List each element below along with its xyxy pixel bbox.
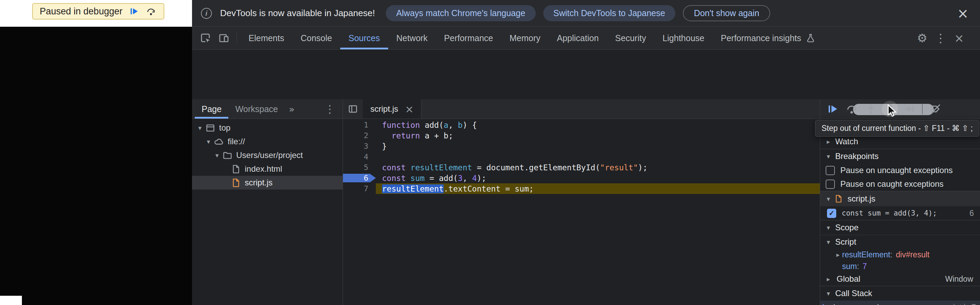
- breakpoint-marker[interactable]: 6: [343, 174, 376, 182]
- breakpoint-line-number: 6: [969, 209, 976, 218]
- section-call-stack[interactable]: ▾ Call Stack: [820, 286, 980, 300]
- breakpoint-checkbox[interactable]: ✓: [827, 209, 836, 218]
- scope-global-value: Window: [945, 275, 976, 284]
- line-number[interactable]: 2: [343, 131, 376, 140]
- scope-global-row[interactable]: ▸ Global Window: [820, 272, 980, 286]
- more-tabs-icon[interactable]: »: [285, 104, 299, 115]
- code-line-5[interactable]: 5const resultElement = document.getEleme…: [343, 162, 820, 173]
- scope-variables: ▸resultElement:div#resultsum:7: [820, 249, 980, 272]
- page-background-corner: [0, 296, 22, 305]
- line-number[interactable]: 3: [343, 142, 376, 150]
- mouse-cursor-icon: [885, 104, 900, 118]
- scope-global-label: Global: [837, 274, 860, 284]
- switch-devtools-to-japanese-button[interactable]: Switch DevTools to Japanese: [543, 5, 676, 21]
- line-number[interactable]: 7: [343, 184, 376, 193]
- call-stack-frame[interactable]: (anonymous) script.js:7: [820, 300, 980, 305]
- section-scope-label: Scope: [835, 223, 859, 232]
- page-viewport: Paused in debugger: [0, 0, 192, 305]
- tab-security[interactable]: Security: [607, 27, 654, 50]
- scope-script-group[interactable]: ▾ Script: [820, 235, 980, 249]
- navigator-tab-workspace[interactable]: Workspace: [228, 99, 285, 118]
- flask-icon: [805, 33, 816, 43]
- line-number[interactable]: 1: [343, 121, 376, 129]
- code-line-2[interactable]: 2 return a + b;: [343, 130, 820, 141]
- line-number[interactable]: 5: [343, 163, 376, 172]
- frame-name: (anonymous): [832, 303, 880, 305]
- pause-caught-label: Pause on caught exceptions: [840, 179, 944, 189]
- step-into-button[interactable]: [861, 99, 880, 118]
- navigator-header: PageWorkspace » ⋮: [192, 99, 343, 119]
- tooltip-step-out: Step out of current function - ⇧ F11 - ⌘…: [815, 120, 979, 137]
- code-line-4[interactable]: 4: [343, 152, 820, 162]
- kebab-menu-icon[interactable]: ⋮: [931, 29, 950, 47]
- info-icon: i: [201, 8, 212, 19]
- scope-var-sum[interactable]: sum:7: [820, 260, 980, 272]
- close-icon[interactable]: ×: [955, 6, 971, 20]
- toolbar-divider: [922, 104, 923, 115]
- resume-icon[interactable]: [128, 5, 140, 17]
- code-line-3[interactable]: 3}: [343, 141, 820, 152]
- tree-item-script-js[interactable]: script.js: [192, 176, 343, 190]
- section-scope[interactable]: ▾ Scope: [820, 220, 980, 235]
- step-over-icon[interactable]: [145, 5, 157, 17]
- always-match-chrome-s-language-button[interactable]: Always match Chrome's language: [386, 5, 535, 21]
- tab-memory[interactable]: Memory: [501, 27, 548, 50]
- section-call-stack-label: Call Stack: [835, 289, 872, 298]
- paused-in-debugger-banner: Paused in debugger: [32, 3, 164, 19]
- tab-application[interactable]: Application: [549, 27, 607, 50]
- code-line-6[interactable]: 6const sum = add(3, 4);: [343, 173, 820, 184]
- close-icon[interactable]: ×: [405, 103, 414, 115]
- settings-gear-icon[interactable]: ⚙: [913, 29, 931, 47]
- code-line-1[interactable]: 1function add(a, b) {: [343, 120, 820, 130]
- pause-caught-checkbox[interactable]: [826, 180, 835, 189]
- navigator-tab-page[interactable]: Page: [195, 99, 228, 118]
- tab-lighthouse[interactable]: Lighthouse: [654, 27, 712, 50]
- device-toolbar-icon[interactable]: [215, 29, 233, 47]
- kebab-menu-icon[interactable]: ⋮: [320, 103, 340, 115]
- inspect-icon[interactable]: [196, 29, 215, 47]
- breakpoint-code: const sum = add(3, 4);: [842, 209, 937, 217]
- paused-banner-label: Paused in debugger: [40, 6, 123, 17]
- code-area[interactable]: 1function add(a, b) {2 return a + b;3}45…: [343, 119, 820, 305]
- file-js-icon: [231, 177, 241, 188]
- tree-item-top[interactable]: ▾top: [192, 121, 343, 135]
- chevron-right-icon: ▸: [824, 138, 832, 145]
- step-button[interactable]: [900, 99, 919, 118]
- tree-item-users-user-project[interactable]: ▾Users/user/project: [192, 149, 343, 162]
- tab-console[interactable]: Console: [292, 27, 340, 50]
- tree-item-file[interactable]: ▾file://: [192, 135, 343, 149]
- deactivate-breakpoints-button[interactable]: [926, 99, 945, 118]
- screen: Paused in debugger i DevTools is now ava…: [0, 0, 980, 305]
- tab-performance[interactable]: Performance: [436, 27, 501, 50]
- infobar-message: DevTools is now available in Japanese!: [220, 8, 375, 19]
- pause-uncaught-checkbox[interactable]: [826, 166, 835, 175]
- breakpoint-file-label: script.js: [848, 194, 875, 204]
- file-js-icon: [834, 194, 843, 204]
- breakpoint-file-group[interactable]: ▾ script.js: [820, 191, 980, 206]
- panel-left-icon[interactable]: [343, 99, 363, 118]
- section-watch-label: Watch: [835, 137, 858, 146]
- scope-var-resultelement[interactable]: ▸resultElement:div#result: [820, 249, 980, 260]
- expander-icon: ▾: [196, 124, 204, 132]
- line-number[interactable]: 4: [343, 152, 376, 161]
- navigator-panel: PageWorkspace » ⋮ ▾top▾file://▾Users/use…: [192, 99, 343, 305]
- tab-sources[interactable]: Sources: [340, 27, 388, 50]
- file-tree: ▾top▾file://▾Users/user/projectindex.htm…: [192, 119, 343, 190]
- tab-network[interactable]: Network: [388, 27, 436, 50]
- tab-performance-insights[interactable]: Performance insights: [713, 27, 824, 50]
- step-over-button[interactable]: [842, 99, 861, 118]
- devtools-infobar: i DevTools is now available in Japanese!…: [192, 0, 980, 27]
- editor-tabstrip: script.js ×: [343, 99, 820, 119]
- folder-icon: [222, 150, 233, 161]
- code-line-7[interactable]: 7resultElement.textContent = sum;: [343, 184, 820, 194]
- close-icon[interactable]: ×: [950, 29, 968, 47]
- tab-elements[interactable]: Elements: [240, 27, 292, 50]
- resume-button[interactable]: [823, 99, 842, 118]
- tree-item-index-html[interactable]: index.html: [192, 162, 343, 176]
- editor-tab-scriptjs[interactable]: script.js ×: [363, 99, 422, 118]
- file-icon: [231, 164, 241, 174]
- section-breakpoints[interactable]: ▾ Breakpoints: [820, 149, 980, 163]
- breakpoint-entry[interactable]: ✓ const sum = add(3, 4); 6: [820, 206, 980, 220]
- chevron-down-icon: ▾: [824, 289, 832, 297]
- don-t-show-again-button[interactable]: Don't show again: [683, 5, 770, 21]
